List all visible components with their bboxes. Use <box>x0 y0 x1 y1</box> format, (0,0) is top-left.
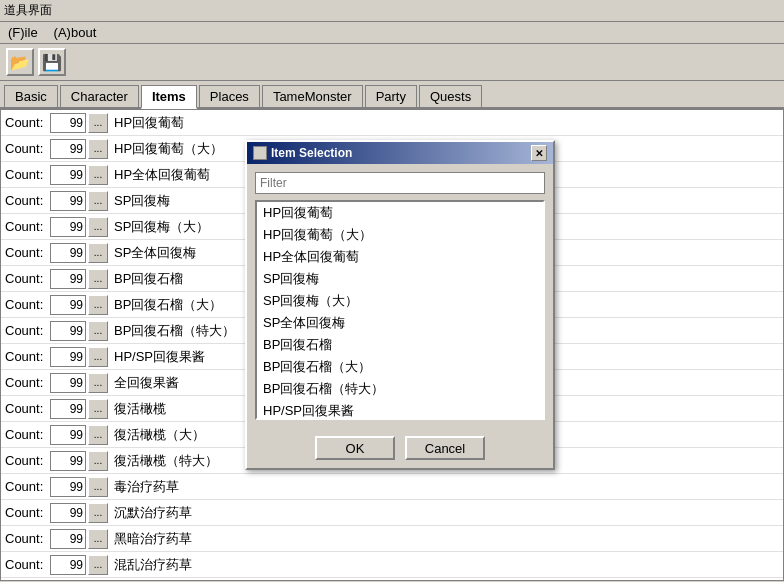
dialog-title: Item Selection <box>271 146 352 160</box>
item-selection-dialog: Item Selection ✕ HP回復葡萄HP回復葡萄（大）HP全体回復葡萄… <box>245 140 555 470</box>
ok-button[interactable]: OK <box>315 436 395 460</box>
list-item[interactable]: HP/SP回復果酱 <box>257 400 543 420</box>
list-item[interactable]: BP回復石榴 <box>257 334 543 356</box>
list-item[interactable]: HP全体回復葡萄 <box>257 246 543 268</box>
dialog-buttons: OK Cancel <box>247 428 553 468</box>
list-item[interactable]: HP回復葡萄 <box>257 202 543 224</box>
modal-overlay: Item Selection ✕ HP回復葡萄HP回復葡萄（大）HP全体回復葡萄… <box>0 0 784 582</box>
dialog-title-icon <box>253 146 267 160</box>
list-item[interactable]: HP回復葡萄（大） <box>257 224 543 246</box>
cancel-button[interactable]: Cancel <box>405 436 485 460</box>
dialog-body: HP回復葡萄HP回復葡萄（大）HP全体回復葡萄SP回復梅SP回復梅（大）SP全体… <box>247 164 553 428</box>
list-item[interactable]: SP回復梅（大） <box>257 290 543 312</box>
dialog-close-button[interactable]: ✕ <box>531 145 547 161</box>
list-item[interactable]: BP回復石榴（大） <box>257 356 543 378</box>
dialog-titlebar: Item Selection ✕ <box>247 142 553 164</box>
item-listbox[interactable]: HP回復葡萄HP回復葡萄（大）HP全体回復葡萄SP回復梅SP回復梅（大）SP全体… <box>255 200 545 420</box>
filter-input[interactable] <box>255 172 545 194</box>
list-item[interactable]: SP回復梅 <box>257 268 543 290</box>
list-item[interactable]: SP全体回復梅 <box>257 312 543 334</box>
list-item[interactable]: BP回復石榴（特大） <box>257 378 543 400</box>
